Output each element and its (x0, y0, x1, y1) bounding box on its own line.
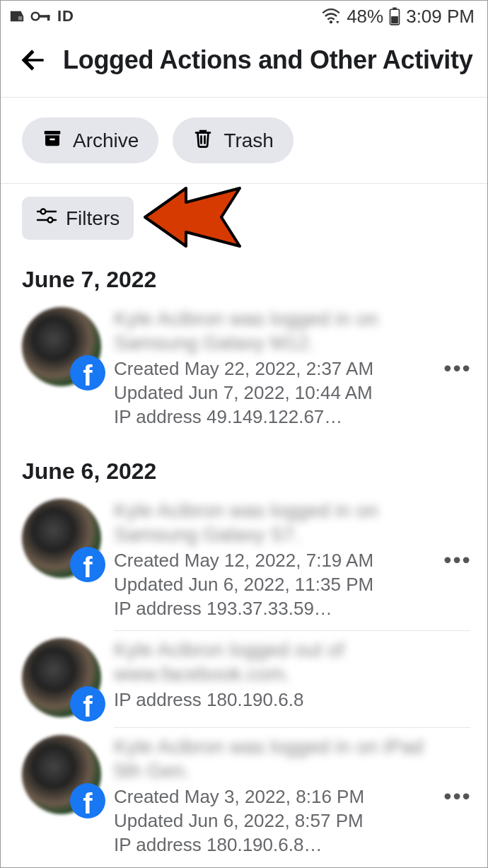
facebook-badge-icon: f (70, 355, 105, 390)
entry-body: Kyle Acibron was logged in on Samsung Ga… (114, 307, 429, 429)
id-icon: ID (57, 7, 74, 25)
entry-updated: Updated Jun 7, 2022, 10:44 AM (114, 381, 429, 405)
entry-created: Created May 22, 2022, 2:37 AM (114, 357, 429, 381)
facebook-badge-icon: f (70, 547, 105, 582)
svg-rect-2 (47, 15, 50, 21)
action-row: Archive Trash (1, 98, 487, 184)
archive-icon (42, 127, 63, 154)
date-heading: June 7, 2022 (1, 247, 487, 300)
activity-entry[interactable]: f Kyle Acibron was logged in on iPad 5th… (1, 728, 487, 867)
page-header: Logged Actions and Other Activity (1, 30, 487, 98)
svg-rect-6 (391, 16, 398, 23)
facebook-badge-icon: f (70, 686, 105, 722)
entry-ip: IP address 180.190.6.8… (114, 833, 429, 857)
trash-label: Trash (223, 129, 274, 152)
avatar: f (22, 638, 101, 717)
svg-rect-8 (50, 139, 55, 141)
trash-icon (192, 127, 214, 154)
svg-marker-13 (145, 188, 240, 246)
entry-body: Kyle Acibron logged out of www.facebook.… (114, 638, 473, 712)
svg-rect-5 (393, 8, 396, 10)
back-button[interactable] (16, 43, 50, 77)
filter-row: Filters (1, 184, 487, 247)
status-icons-left: ID (9, 7, 74, 25)
more-button[interactable]: ••• (442, 355, 473, 381)
activity-entry[interactable]: f Kyle Acibron was logged in on Samsung … (1, 492, 487, 630)
filters-button[interactable]: Filters (22, 197, 134, 240)
avatar: f (22, 735, 101, 814)
facebook-badge-icon: f (70, 783, 105, 818)
archive-label: Archive (73, 129, 139, 152)
archive-button[interactable]: Archive (22, 117, 158, 163)
entry-updated: Updated Jun 6, 2022, 8:57 PM (114, 809, 429, 833)
svg-rect-7 (45, 131, 61, 134)
sd-card-icon (9, 8, 25, 24)
annotation-arrow (142, 178, 255, 256)
svg-point-0 (32, 13, 40, 21)
avatar: f (22, 499, 101, 578)
more-button[interactable]: ••• (442, 783, 473, 809)
entry-body: Kyle Acibron was logged in on Samsung Ga… (114, 499, 429, 620)
entry-title-blurred: Kyle Acibron logged out of www.facebook.… (114, 638, 473, 686)
clock-time: 3:09 PM (406, 6, 475, 28)
entry-ip: IP address 180.190.6.8 (114, 688, 473, 712)
activity-entry[interactable]: f Kyle Acibron logged out of www.faceboo… (1, 631, 487, 727)
filters-icon (36, 207, 57, 230)
svg-point-3 (330, 21, 332, 23)
date-heading: June 6, 2022 (1, 439, 487, 492)
battery-percent: 48% (347, 6, 383, 28)
svg-point-12 (48, 218, 53, 223)
entry-title-blurred: Kyle Acibron was logged in on Samsung Ga… (114, 307, 429, 355)
entry-updated: Updated Jun 6, 2022, 11:35 PM (114, 572, 429, 596)
wifi-icon (321, 8, 341, 25)
entry-title-blurred: Kyle Acibron was logged in on iPad 5th G… (114, 735, 429, 783)
entry-created: Created May 3, 2022, 8:16 PM (114, 785, 429, 809)
entry-body: Kyle Acibron was logged in on iPad 5th G… (114, 735, 429, 857)
vpn-key-icon (30, 8, 52, 24)
entry-ip: IP address 193.37.33.59… (114, 596, 429, 620)
entry-ip: IP address 49.149.122.67… (114, 405, 429, 429)
status-icons-right: 48% 3:09 PM (321, 6, 475, 28)
status-bar: ID 48% 3:09 PM (1, 1, 487, 30)
entry-created: Created May 12, 2022, 7:19 AM (114, 548, 429, 572)
svg-point-10 (41, 209, 46, 214)
filters-label: Filters (66, 207, 120, 230)
trash-button[interactable]: Trash (173, 117, 294, 163)
page-title: Logged Actions and Other Activity (63, 45, 472, 75)
avatar: f (22, 307, 101, 386)
activity-entry[interactable]: f Kyle Acibron was logged in on Samsung … (1, 300, 487, 439)
battery-icon (389, 7, 400, 25)
more-button[interactable]: ••• (442, 547, 473, 573)
entry-title-blurred: Kyle Acibron was logged in on Samsung Ga… (114, 499, 429, 547)
